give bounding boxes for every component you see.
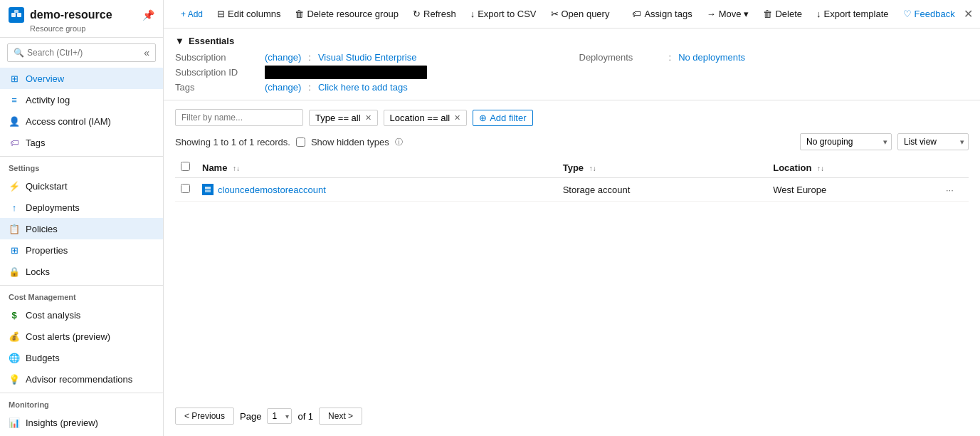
subscription-value[interactable]: Visual Studio Enterprise [318,52,417,63]
essentials-header[interactable]: ▼ Essentials [175,36,969,46]
select-all-checkbox[interactable] [181,162,190,171]
name-col-label: Name [202,162,227,173]
sidebar-item-advisor-recommendations[interactable]: 💡 Advisor recommendations [0,368,163,390]
search-input[interactable] [27,48,141,58]
svg-rect-1 [17,13,21,17]
table-header-row: Name ↑↓ Type ↑↓ Location ↑↓ [175,157,969,178]
tags-change[interactable]: (change) [265,82,301,93]
refresh-icon: ↻ [413,9,421,19]
row-type-cell: Storage account [557,178,768,202]
tags-icon: 🏷 [9,137,20,148]
view-select[interactable]: List view Grid view [897,133,969,150]
move-button[interactable]: → Move ▾ [701,6,755,22]
assign-tags-button[interactable]: 🏷 Assign tags [626,6,697,22]
cost-alerts-icon: 💰 [9,331,20,342]
sidebar-item-cost-analysis[interactable]: $ Cost analysis [0,304,163,326]
add-button[interactable]: + Add [175,6,209,22]
refresh-button[interactable]: ↻ Refresh [407,6,462,22]
location-filter-remove[interactable]: ✕ [454,113,460,123]
subscription-row: Subscription (change) : Visual Studio En… [175,52,565,63]
resource-subtitle: Resource group [30,24,154,33]
feedback-button[interactable]: ♡ Feedback [897,6,961,22]
view-wrapper: List view Grid view [897,133,969,150]
deployments-value[interactable]: No deployments [678,52,745,63]
deployments-label: Deployments [579,52,665,63]
add-filter-icon: ⊕ [479,113,487,123]
sidebar-item-label: Budgets [26,353,60,363]
sidebar-item-tags[interactable]: 🏷 Tags [0,132,163,153]
select-all-col [175,157,196,178]
row-checkbox[interactable] [181,184,190,193]
page-select-wrapper: 1 [267,408,292,424]
tags-row: Tags (change) : Click here to add tags [175,82,565,93]
add-filter-button[interactable]: ⊕ Add filter [473,110,532,126]
sidebar-item-quickstart[interactable]: ⚡ Quickstart [0,175,163,197]
tags-value[interactable]: Click here to add tags [318,82,408,93]
activity-log-icon: ≡ [9,94,20,105]
svg-rect-0 [11,13,16,17]
add-filter-label: Add filter [490,113,526,123]
edit-columns-button[interactable]: ⊟ Edit columns [211,6,286,22]
type-col-header[interactable]: Type ↑↓ [557,157,768,178]
filter-row: Type == all ✕ Location == all ✕ ⊕ Add fi… [175,109,969,126]
section-cost-management: Cost Management [0,285,163,304]
properties-icon: ⊞ [9,244,20,256]
resource-title: demo-resource [30,9,112,21]
resource-link[interactable]: clouncedemostoreaccount [202,184,552,195]
filter-by-name-input[interactable] [175,109,303,126]
sidebar-item-overview[interactable]: ⊞ Overview [0,68,163,89]
essentials-right: Deployments : No deployments [579,52,969,93]
svg-rect-5 [205,190,211,192]
sidebar-nav: ⊞ Overview ≡ Activity log 👤 Access contr… [0,68,163,436]
sidebar-item-deployments[interactable]: ↑ Deployments [0,197,163,218]
delete-button[interactable]: 🗑 Delete [757,6,808,22]
sidebar-item-cost-alerts[interactable]: 💰 Cost alerts (preview) [0,326,163,347]
tags-separator: : [308,82,311,93]
sidebar-item-access-control[interactable]: 👤 Access control (IAM) [0,110,163,132]
page-select[interactable]: 1 [267,408,292,424]
row-name-cell: clouncedemostoreaccount [196,178,557,202]
previous-button[interactable]: < Previous [175,408,234,425]
row-location-cell: West Europe [767,178,940,202]
type-filter-remove[interactable]: ✕ [365,113,372,123]
export-csv-button[interactable]: ↓ Export to CSV [465,6,542,22]
essentials-grid: Subscription (change) : Visual Studio En… [175,52,969,93]
row-checkbox-cell [175,178,196,202]
of-label: of 1 [297,411,313,422]
sidebar-header: demo-resource 📌 Resource group [0,0,163,38]
subscription-change[interactable]: (change) [265,52,301,63]
move-icon: → [707,9,716,19]
sidebar-item-properties[interactable]: ⊞ Properties [0,239,163,261]
insights-icon: 📊 [9,417,20,428]
grouping-select[interactable]: No grouping Group by type Group by locat… [800,133,892,150]
delete-resource-group-button[interactable]: 🗑 Delete resource group [289,6,404,22]
collapse-button[interactable]: « [144,47,149,58]
name-sort-icon: ↑↓ [233,165,240,172]
open-query-button[interactable]: ✂ Open query [545,6,616,22]
svg-rect-2 [14,10,19,13]
showing-text: Showing 1 to 1 of 1 records. [175,137,290,147]
assign-tags-icon: 🏷 [632,9,641,19]
export-template-button[interactable]: ↓ Export template [811,6,895,22]
sidebar-item-insights[interactable]: 📊 Insights (preview) [0,412,163,433]
feedback-icon: ♡ [903,9,912,19]
policies-icon: 📋 [9,223,20,234]
sidebar-item-policies[interactable]: 📋 Policies [0,218,163,239]
location-col-header[interactable]: Location ↑↓ [767,157,940,178]
sidebar-item-budgets[interactable]: 🌐 Budgets [0,347,163,368]
show-hidden-checkbox[interactable] [296,137,305,147]
type-filter-tag: Type == all ✕ [309,110,378,126]
pin-icon[interactable]: 📌 [142,9,154,21]
search-box[interactable]: 🔍 « [7,43,156,62]
row-actions-cell: ··· [940,178,969,202]
row-actions-button[interactable]: ··· [946,185,954,195]
name-col-header[interactable]: Name ↑↓ [196,157,557,178]
essentials-chevron-icon: ▼ [175,36,184,46]
sidebar-item-activity-log[interactable]: ≡ Activity log [0,89,163,110]
essentials-section: ▼ Essentials Subscription (change) : Vis… [164,28,980,100]
close-button[interactable]: ✕ [964,7,973,21]
export-template-icon: ↓ [816,9,821,19]
sidebar-item-locks[interactable]: 🔒 Locks [0,261,163,282]
sidebar-item-label: Overview [26,73,64,84]
next-button[interactable]: Next > [319,408,362,425]
